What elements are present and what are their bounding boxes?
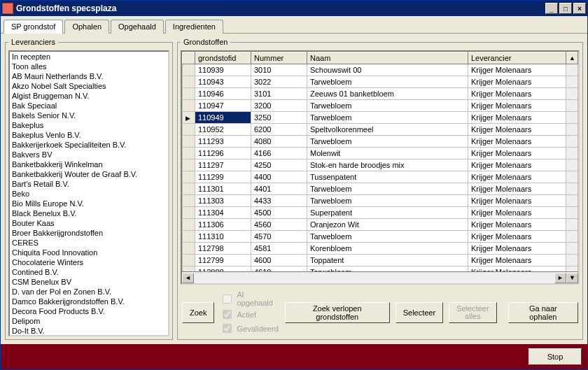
vscroll-track[interactable]	[566, 195, 578, 207]
row-marker[interactable]	[183, 100, 195, 112]
cell-leverancier[interactable]: Krijger Molenaars	[468, 207, 566, 219]
cell-naam[interactable]: Tarwebloem	[307, 76, 468, 88]
row-marker[interactable]	[183, 88, 195, 100]
list-item[interactable]: Beko	[10, 189, 168, 199]
cell-naam[interactable]: Tarwebloem	[307, 195, 468, 207]
cell-nummer[interactable]: 3200	[251, 100, 307, 112]
list-item[interactable]: Dossche Mills N.V.	[10, 336, 168, 336]
cell-nummer[interactable]: 6200	[251, 124, 307, 136]
cell-naam[interactable]: Tarwebloem	[307, 136, 468, 148]
leveranciers-listbox[interactable]: In receptenToon allesAB Mauri Netherland…	[8, 50, 169, 336]
vscroll-track[interactable]	[566, 136, 578, 148]
cell-nummer[interactable]: 4401	[251, 183, 307, 195]
vscroll-track[interactable]	[566, 64, 578, 76]
maximize-button[interactable]: □	[559, 3, 572, 14]
cell-naam[interactable]: Tarwebloem	[307, 112, 468, 124]
table-row[interactable]: 1127984581KorenbloemKrijger Molenaars	[183, 243, 578, 255]
list-item[interactable]: Do-It B.V.	[10, 326, 168, 336]
zoek-button[interactable]: Zoek	[182, 302, 214, 323]
list-item[interactable]: Bakvers BV	[10, 150, 168, 159]
list-item[interactable]: Chocolaterie Winters	[10, 257, 168, 267]
ga-naar-ophalen-button[interactable]: Ga naar ophalen	[508, 302, 578, 323]
tab-sp-grondstof[interactable]: SP grondstof	[4, 20, 63, 34]
cell-id[interactable]: 110939	[195, 64, 251, 76]
list-item[interactable]: Bio Mills Europe N.V.	[10, 199, 168, 208]
table-row[interactable]: 1112934080TarwebloemKrijger Molenaars	[183, 136, 578, 148]
cell-nummer[interactable]: 4166	[251, 148, 307, 159]
cell-id[interactable]: 111301	[195, 183, 251, 195]
list-item[interactable]: Bakeplus Venlo B.V.	[10, 130, 168, 140]
cell-leverancier[interactable]: Krijger Molenaars	[468, 171, 566, 183]
cell-id[interactable]: 111299	[195, 171, 251, 183]
table-row[interactable]: 1128004610TarwebloemKrijger Molenaars	[183, 266, 578, 272]
list-item[interactable]: Banketbakkerij Wouter de Graaf B.V.	[10, 169, 168, 179]
cell-id[interactable]: 112798	[195, 243, 251, 255]
scroll-track[interactable]	[194, 273, 554, 283]
cell-id[interactable]: 111296	[195, 148, 251, 159]
cell-id[interactable]: 110949	[195, 112, 251, 124]
row-marker[interactable]	[183, 148, 195, 159]
cell-nummer[interactable]: 4500	[251, 207, 307, 219]
cell-naam[interactable]: Schouwswit 00	[307, 64, 468, 76]
table-row[interactable]: 1113104570TarwebloemKrijger Molenaars	[183, 231, 578, 243]
row-marker[interactable]	[183, 266, 195, 272]
list-item[interactable]: Toon alles	[10, 62, 168, 71]
table-row[interactable]: 1113044500SuperpatentKrijger Molenaars	[183, 207, 578, 219]
cell-id[interactable]: 111304	[195, 207, 251, 219]
cell-leverancier[interactable]: Krijger Molenaars	[468, 100, 566, 112]
list-item[interactable]: Delipom	[10, 316, 168, 326]
table-row[interactable]: 1112994400TussenpatentKrijger Molenaars	[183, 171, 578, 183]
table-row[interactable]: 1109473200TarwebloemKrijger Molenaars	[183, 100, 578, 112]
cell-nummer[interactable]: 4250	[251, 159, 307, 171]
vscroll-track[interactable]	[566, 88, 578, 100]
row-marker[interactable]	[183, 171, 195, 183]
titlebar[interactable]: Grondstoffen specsplaza _ □ ×	[1, 1, 587, 16]
row-marker[interactable]	[183, 183, 195, 195]
grondstoffen-grid[interactable]: grondstofid Nummer Naam Leverancier ▲ 11…	[181, 50, 580, 285]
chk-gevalideerd[interactable]: Gevalideerd	[220, 322, 279, 335]
list-item[interactable]: Contined B.V.	[10, 267, 168, 277]
vscroll-track[interactable]	[566, 112, 578, 124]
minimize-button[interactable]: _	[545, 3, 558, 14]
cell-leverancier[interactable]: Krijger Molenaars	[468, 243, 566, 255]
cell-leverancier[interactable]: Krijger Molenaars	[468, 136, 566, 148]
cell-nummer[interactable]: 3022	[251, 76, 307, 88]
vscroll-track[interactable]	[566, 231, 578, 243]
scroll-left-icon[interactable]: ◄	[182, 273, 194, 283]
vscroll-track[interactable]	[566, 243, 578, 255]
cell-naam[interactable]: Tarwebloem	[307, 266, 468, 272]
zoek-verlopen-button[interactable]: Zoek verlopen grondstoffen	[285, 302, 390, 323]
table-row[interactable]: 1113064560Oranjezon WitKrijger Molenaars	[183, 219, 578, 231]
col-grondstofid[interactable]: grondstofid	[195, 52, 251, 64]
cell-naam[interactable]: Tarwebloem	[307, 100, 468, 112]
list-item[interactable]: Bouter Kaas	[10, 218, 168, 228]
vscroll-track[interactable]	[566, 159, 578, 171]
table-row[interactable]: 1109493250TarwebloemKrijger Molenaars	[183, 112, 578, 124]
cell-leverancier[interactable]: Krijger Molenaars	[468, 76, 566, 88]
col-nummer[interactable]: Nummer	[251, 52, 307, 64]
cell-nummer[interactable]: 4581	[251, 243, 307, 255]
vscroll-down-icon[interactable]: ▼	[566, 273, 578, 283]
cell-naam[interactable]: Tarwebloem	[307, 231, 468, 243]
cell-nummer[interactable]: 4080	[251, 136, 307, 148]
cell-nummer[interactable]: 3250	[251, 112, 307, 124]
vscroll-track[interactable]	[566, 183, 578, 195]
cell-leverancier[interactable]: Krijger Molenaars	[468, 112, 566, 124]
list-item[interactable]: CSM Benelux BV	[10, 277, 168, 287]
cell-nummer[interactable]: 3101	[251, 88, 307, 100]
vscroll-track[interactable]	[566, 266, 578, 272]
cell-leverancier[interactable]: Krijger Molenaars	[468, 183, 566, 195]
chk-al-opgehaald[interactable]: Al opgehaald	[220, 290, 279, 307]
list-item[interactable]: Algist Bruggeman N.V.	[10, 91, 168, 101]
cell-leverancier[interactable]: Krijger Molenaars	[468, 255, 566, 266]
cell-naam[interactable]: Superpatent	[307, 207, 468, 219]
table-row[interactable]: 1113014401TarwebloemKrijger Molenaars	[183, 183, 578, 195]
cell-naam[interactable]: Toppatent	[307, 255, 468, 266]
cell-naam[interactable]: Speltvolkorenmeel	[307, 124, 468, 136]
close-button[interactable]: ×	[573, 3, 586, 14]
table-row[interactable]: 1109393010Schouwswit 00Krijger Molenaars	[183, 64, 578, 76]
row-marker[interactable]	[183, 64, 195, 76]
cell-naam[interactable]: Stok-en harde broodjes mix	[307, 159, 468, 171]
cell-leverancier[interactable]: Krijger Molenaars	[468, 88, 566, 100]
chk-actief[interactable]: Actief	[220, 308, 279, 321]
